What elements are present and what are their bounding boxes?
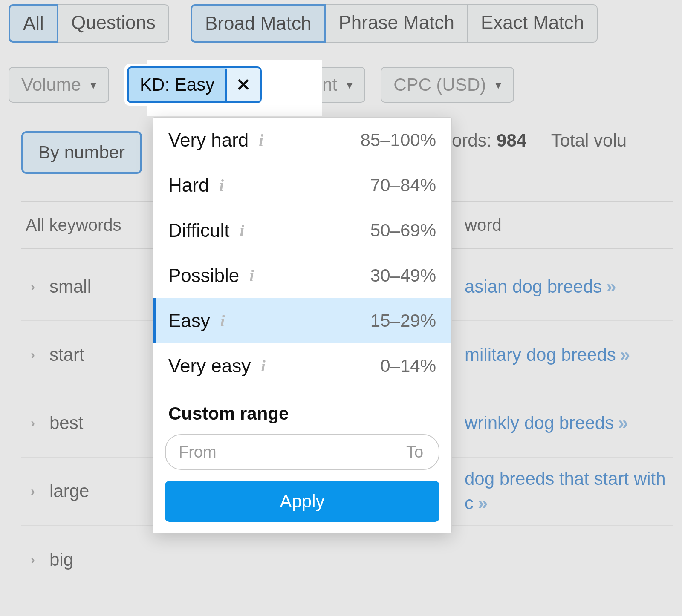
kd-option-label: Possible [168, 265, 239, 286]
filter-volume-label: Volume [21, 75, 81, 95]
info-icon[interactable]: i [261, 357, 266, 375]
keyword-text: dog breeds that start with c [465, 469, 666, 513]
custom-range-inputs [165, 434, 439, 470]
kd-option-range: 30–49% [370, 265, 436, 286]
keyword-text: military dog breeds [465, 345, 616, 365]
info-icon[interactable]: i [219, 176, 224, 195]
chevron-right-icon: › [31, 484, 35, 498]
double-chevron-icon: » [618, 413, 628, 433]
filter-row: Volume ▾ KD: Easy ✕ Intent ▾ CPC (USD) ▾ [0, 43, 682, 106]
double-chevron-icon: » [606, 276, 616, 296]
apply-button[interactable]: Apply [165, 481, 439, 522]
keyword-group-label: small [49, 276, 91, 297]
keyword-text: asian dog breeds [465, 276, 602, 296]
kd-option-label: Easy [168, 310, 210, 331]
custom-range-to-input[interactable] [393, 435, 439, 469]
double-chevron-icon: » [478, 493, 488, 513]
custom-range-from-input[interactable] [166, 435, 393, 469]
chevron-down-icon: ▾ [90, 78, 96, 92]
chevron-right-icon: › [31, 416, 35, 430]
kd-option-very-easy[interactable]: Very easyi 0–14% [153, 343, 451, 389]
column-keyword: word [465, 216, 502, 235]
divider [153, 391, 451, 391]
kd-option-range: 50–69% [370, 220, 436, 241]
tab-phrase-match[interactable]: Phrase Match [326, 4, 468, 43]
kd-option-range: 70–84% [370, 175, 436, 196]
kd-option-label: Difficult [168, 220, 229, 241]
kd-option-easy[interactable]: Easyi 15–29% [153, 298, 451, 343]
kd-option-possible[interactable]: Possiblei 30–49% [153, 253, 451, 298]
kd-option-hard[interactable]: Hardi 70–84% [153, 163, 451, 208]
tab-group-match: Broad Match Phrase Match Exact Match [191, 4, 598, 43]
filter-cpc[interactable]: CPC (USD) ▾ [381, 67, 514, 103]
sort-by-number-button[interactable]: By number [21, 131, 142, 174]
info-icon[interactable]: i [259, 131, 263, 150]
kd-option-range: 15–29% [370, 311, 436, 331]
table-row: › big [21, 526, 673, 594]
kd-option-difficult[interactable]: Difficulti 50–69% [153, 208, 451, 253]
kd-option-label: Very hard [168, 130, 249, 151]
tab-all[interactable]: All [9, 4, 58, 43]
tab-group-type: All Questions [9, 4, 169, 43]
keyword-group-label: best [49, 413, 83, 433]
info-icon[interactable]: i [220, 311, 225, 330]
keyword-group[interactable]: › big [21, 550, 465, 570]
keyword-link[interactable]: wrinkly dog breeds» [465, 411, 628, 435]
chevron-down-icon: ▾ [347, 78, 353, 92]
close-icon: ✕ [236, 75, 251, 95]
filter-kd-clear[interactable]: ✕ [227, 68, 260, 101]
info-icon[interactable]: i [240, 221, 244, 240]
filter-kd-label: KD: Easy [129, 69, 227, 101]
stats-total-volume-label: Total volu [551, 130, 627, 150]
tab-row: All Questions Broad Match Phrase Match E… [0, 0, 682, 43]
filter-kd[interactable]: KD: Easy ✕ [124, 64, 264, 106]
kd-dropdown: Very hardi 85–100% Hardi 70–84% Difficul… [153, 117, 452, 533]
kd-option-label: Hard [168, 175, 209, 196]
tab-broad-match[interactable]: Broad Match [191, 4, 326, 43]
stats-keywords-count: 984 [497, 130, 526, 150]
stats-keywords-label: ords: [452, 130, 497, 150]
chevron-right-icon: › [31, 553, 35, 567]
keyword-link[interactable]: military dog breeds» [465, 343, 630, 367]
keyword-group-label: big [49, 550, 73, 570]
filter-cpc-label: CPC (USD) [393, 75, 486, 95]
keyword-group-label: start [49, 345, 84, 365]
keyword-link[interactable]: dog breeds that start with c» [465, 467, 669, 515]
keyword-link[interactable]: asian dog breeds» [465, 275, 616, 299]
keyword-text: wrinkly dog breeds [465, 413, 614, 433]
kd-option-range: 0–14% [380, 356, 436, 376]
filter-volume[interactable]: Volume ▾ [9, 67, 109, 103]
tab-exact-match[interactable]: Exact Match [468, 4, 598, 43]
chevron-down-icon: ▾ [495, 78, 501, 92]
info-icon[interactable]: i [249, 266, 254, 285]
kd-option-range: 85–100% [361, 130, 436, 150]
kd-option-label: Very easy [168, 355, 251, 377]
double-chevron-icon: » [620, 345, 630, 365]
custom-range-title: Custom range [153, 396, 451, 432]
kd-option-very-hard[interactable]: Very hardi 85–100% [153, 118, 451, 163]
stats-summary: ords: 984 Total volu [452, 130, 627, 151]
chevron-right-icon: › [31, 279, 35, 294]
chevron-right-icon: › [31, 348, 35, 362]
tab-questions[interactable]: Questions [58, 4, 169, 43]
keyword-group-label: large [49, 481, 89, 501]
